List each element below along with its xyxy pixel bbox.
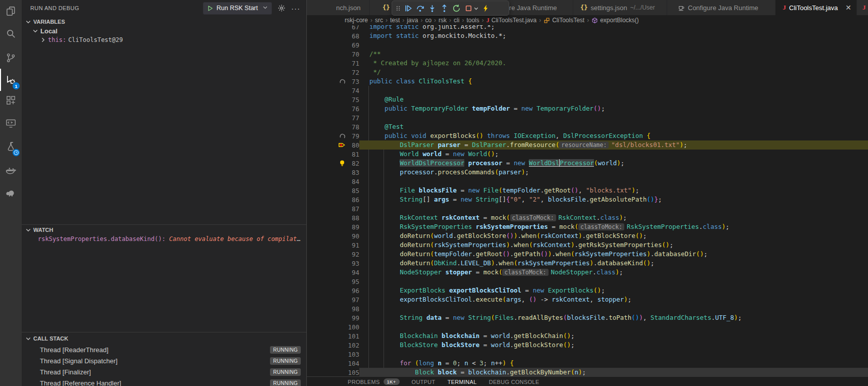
line-number[interactable]: 76 [346, 105, 359, 113]
variables-header[interactable]: VARIABLES [22, 17, 306, 26]
breadcrumb-item[interactable]: CliToolsTest [544, 17, 584, 24]
code-line[interactable]: 69 [307, 40, 868, 50]
line-number[interactable]: 87 [346, 205, 359, 213]
breadcrumb-item[interactable]: java [407, 17, 418, 24]
line-number[interactable]: 101 [346, 332, 359, 340]
line-number[interactable]: 68 [346, 32, 359, 40]
search-icon[interactable] [0, 22, 22, 44]
editor-tab[interactable]: J [857, 0, 868, 15]
call-stack-thread-row[interactable]: Thread [Signal Dispatcher]RUNNING [22, 355, 306, 366]
line-number[interactable]: 69 [346, 41, 359, 49]
line-number[interactable]: 103 [346, 351, 359, 358]
line-number[interactable]: 90 [346, 232, 359, 240]
explorer-icon[interactable] [0, 0, 22, 22]
code-line[interactable]: 84 [307, 177, 868, 186]
code-line[interactable]: 95 [307, 277, 868, 286]
code-line[interactable]: 70/** [307, 50, 868, 59]
watch-header[interactable]: WATCH [22, 225, 306, 234]
code-line[interactable]: 80 DslParser parser = DslParser.fromReso… [307, 140, 868, 150]
code-line[interactable]: 82 WorldDslProcessor processor = new Wor… [307, 159, 868, 168]
breadcrumb-item[interactable]: tools [466, 17, 479, 24]
line-number[interactable]: 99 [346, 314, 359, 322]
variables-scope-local[interactable]: Local [22, 26, 306, 35]
docker-icon[interactable] [0, 160, 22, 182]
chevron-down-icon[interactable] [262, 5, 268, 12]
line-number[interactable]: 95 [346, 278, 359, 285]
line-number[interactable]: 86 [346, 196, 359, 204]
line-number[interactable]: 73 [346, 78, 359, 85]
line-number[interactable]: 83 [346, 169, 359, 176]
gradle-icon[interactable] [0, 182, 22, 204]
line-number[interactable]: 74 [346, 87, 359, 94]
line-number[interactable]: 78 [346, 123, 359, 131]
breadcrumb-item[interactable]: rskj-core [345, 17, 368, 24]
line-number[interactable]: 71 [346, 60, 359, 67]
line-number[interactable]: 94 [346, 269, 359, 276]
call-stack-thread-row[interactable]: Thread [Finalizer]RUNNING [22, 366, 306, 377]
step-out-button-icon[interactable] [439, 2, 450, 14]
code-line[interactable]: 96 ExportBlocks exportBlocksCliTool = ne… [307, 286, 868, 295]
code-line[interactable]: 102 BlockStore blockStore = world.getBlo… [307, 341, 868, 350]
code-line[interactable]: 74 [307, 86, 868, 95]
code-line[interactable]: 83 processor.processCommands(parser); [307, 168, 868, 177]
breadcrumb-item[interactable]: cli [454, 17, 459, 24]
code-line[interactable]: 92 doReturn(tempFolder.getRoot().getPath… [307, 250, 868, 259]
line-number[interactable]: 105 [346, 369, 359, 376]
code-line[interactable]: 100 [307, 322, 868, 331]
stop-dropdown-icon[interactable] [473, 2, 479, 14]
code-line[interactable]: 99 String data = new String(Files.readAl… [307, 313, 868, 322]
line-number[interactable]: 84 [346, 178, 359, 185]
source-control-icon[interactable] [0, 46, 22, 69]
code-line[interactable]: 93 doReturn(DbKind.LEVEL_DB).when(rskSys… [307, 259, 868, 268]
line-number[interactable]: 85 [346, 187, 359, 195]
more-actions-icon[interactable]: ··· [291, 4, 300, 13]
code-line[interactable]: 85 File blocksFile = new File(tempFolder… [307, 186, 868, 195]
line-number[interactable]: 97 [346, 296, 359, 304]
run-config-button[interactable]: Run RSK Start [203, 2, 272, 15]
line-number[interactable]: 72 [346, 69, 359, 76]
code-line[interactable]: 68import static org.mockito.Mockito.*; [307, 31, 868, 40]
code-line[interactable]: 87 [307, 204, 868, 213]
line-number[interactable]: 80 [346, 141, 359, 149]
call-stack-thread-row[interactable]: Thread [Reference Handler]RUNNING [22, 377, 306, 386]
call-stack-header[interactable]: CALL STACK [22, 332, 306, 344]
gear-icon[interactable] [278, 4, 286, 12]
breadcrumb-item[interactable]: src [375, 17, 383, 24]
line-number[interactable]: 91 [346, 242, 359, 249]
panel-tab-terminal[interactable]: TERMINAL [448, 377, 477, 386]
extensions-icon[interactable] [0, 89, 22, 111]
code-line[interactable]: 101 Blockchain blockchain = world.getBlo… [307, 331, 868, 341]
code-line[interactable]: 97 exportBlocksCliTool.execute(args, () … [307, 295, 868, 304]
run-and-debug-icon[interactable]: 1 [0, 69, 22, 91]
code-editor[interactable]: 67import static org.junit.Assert.*;68imp… [307, 22, 868, 377]
panel-tab-problems[interactable]: PROBLEMS1K+ [348, 377, 400, 386]
code-line[interactable]: 103 [307, 350, 868, 359]
gutter-curved-arrow-icon[interactable] [307, 132, 346, 140]
remote-explorer-icon[interactable] [0, 112, 22, 134]
code-line[interactable]: 71 * Created by ajlopez on 26/04/2020. [307, 59, 868, 68]
panel-tab-debug-console[interactable]: DEBUG CONSOLE [489, 377, 539, 386]
hot-code-replace-button-icon[interactable] [480, 2, 492, 14]
line-number[interactable]: 100 [346, 323, 359, 331]
editor-tab-nch-json[interactable]: nch.json [307, 0, 370, 15]
code-line[interactable]: 77 [307, 113, 868, 122]
debug-current-line-breakpoint-icon[interactable] [307, 141, 346, 149]
line-number[interactable]: 102 [346, 342, 359, 349]
line-number[interactable]: 81 [346, 151, 359, 158]
breadcrumb-item[interactable]: JCliToolsTest.java [486, 17, 536, 24]
line-number[interactable]: 82 [346, 160, 359, 167]
line-number[interactable]: 79 [346, 132, 359, 140]
restart-button-icon[interactable] [451, 2, 462, 14]
call-stack-thread-row[interactable]: Thread [ReaderThread]RUNNING [22, 344, 306, 355]
continue-button-icon[interactable] [402, 2, 414, 14]
line-number[interactable]: 88 [346, 214, 359, 222]
code-line[interactable]: 94 NodeStopper stopper = mock(classToMoc… [307, 268, 868, 277]
line-number[interactable]: 104 [346, 360, 359, 367]
line-number[interactable]: 98 [346, 305, 359, 313]
code-line[interactable]: 90 doReturn(world.getBlockStore()).when(… [307, 231, 868, 240]
code-line[interactable]: 76 public TemporaryFolder tempFolder = n… [307, 104, 868, 113]
step-into-button-icon[interactable] [426, 2, 438, 14]
watch-expression-row[interactable]: rskSystemProperties.databaseKind(): Cann… [22, 234, 306, 244]
line-number[interactable]: 70 [346, 51, 359, 58]
code-line[interactable]: 73public class CliToolsTest { [307, 77, 868, 86]
